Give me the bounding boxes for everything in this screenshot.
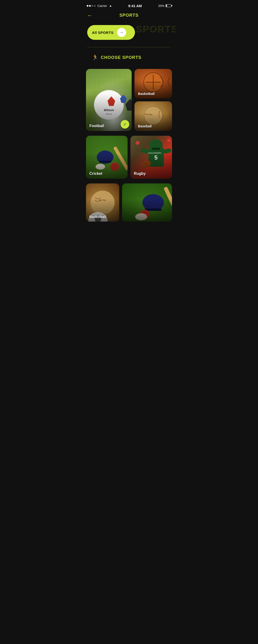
basketball2-label: Basketball — [89, 215, 106, 219]
all-sports-section: All SPORTS → SPORTS — [82, 22, 176, 42]
rugby-label: Rugby — [134, 172, 146, 176]
background-sports-text: SPORTS — [136, 24, 176, 34]
grid-left-col: Wilson NCAA Football ✓ — [86, 69, 132, 131]
basketball2-image: Rawlings Basketball — [86, 184, 119, 222]
sport-card-baseball[interactable]: Rawlings Baseball — [135, 101, 172, 131]
cricket2-image — [122, 184, 172, 222]
football-label: Football — [89, 124, 104, 128]
status-left: Carrier ▲ — [87, 4, 112, 8]
choose-sports-header: 🏃 CHOOSE SPORTS — [92, 54, 166, 60]
baseball-image: Rawlings Baseball — [135, 101, 172, 131]
sport-card-cricket2[interactable] — [122, 184, 172, 222]
signal-dot-1 — [87, 5, 88, 7]
svg-point-30 — [136, 141, 140, 145]
signal-dot-3 — [91, 5, 93, 7]
sports-grid-row3: Rawlings Basketball — [82, 184, 176, 226]
sports-grid-row2: Cricket 5 HIGHLANDERS — [82, 136, 176, 184]
sport-card-rugby[interactable]: 5 HIGHLANDERS Rugby — [131, 136, 172, 179]
all-sports-arrow: → — [117, 28, 126, 37]
rugby-image: 5 HIGHLANDERS Rugby — [131, 136, 172, 179]
choose-sports-title: CHOOSE SPORTS — [101, 55, 142, 60]
basketball-image: Basketball — [135, 69, 172, 98]
signal-dots — [87, 5, 95, 7]
sport-card-basketball[interactable]: Basketball — [135, 69, 172, 98]
back-button[interactable]: ← — [87, 12, 92, 18]
all-sports-button[interactable]: All SPORTS → — [87, 25, 135, 40]
baseball-label: Baseball — [138, 124, 152, 128]
status-right: 20% — [158, 4, 171, 8]
basketball-overlay — [135, 81, 172, 98]
back-arrow-icon: ← — [87, 12, 92, 18]
status-time: 9:41 AM — [128, 4, 142, 8]
battery-icon — [166, 4, 171, 7]
header: ← SPORTS — [82, 10, 176, 22]
battery-percentage: 20% — [158, 4, 164, 8]
svg-point-31 — [167, 139, 170, 142]
signal-dot-2 — [89, 5, 91, 7]
baseball-overlay — [135, 113, 172, 131]
signal-dot-4 — [94, 5, 95, 7]
carrier-label: Carrier — [97, 4, 107, 8]
battery-fill — [166, 5, 167, 7]
sport-card-cricket[interactable]: Cricket — [86, 136, 127, 179]
status-bar: Carrier ▲ 9:41 AM 20% — [82, 0, 176, 10]
all-sports-label: All SPORTS — [92, 30, 113, 34]
sports-grid-row1: Wilson NCAA Football ✓ — [82, 69, 176, 136]
sport-card-football[interactable]: Wilson NCAA Football ✓ — [86, 69, 132, 131]
cricket-label: Cricket — [89, 172, 102, 176]
sports-activity-icon: 🏃 — [92, 54, 98, 60]
sport-card-basketball2[interactable]: Rawlings Basketball — [86, 184, 119, 222]
wifi-icon: ▲ — [109, 4, 112, 8]
page-title: SPORTS — [119, 13, 139, 18]
arrow-icon: → — [120, 30, 123, 34]
svg-rect-26 — [152, 148, 160, 150]
cricket-image: Cricket — [86, 136, 127, 179]
grid-right-col: Basketball Rawlings Baseball — [135, 69, 172, 131]
basketball-label: Basketball — [138, 92, 155, 96]
cricket2-overlay — [122, 199, 172, 222]
football-image: Wilson NCAA Football ✓ — [86, 69, 132, 131]
choose-sports-section: 🏃 CHOOSE SPORTS — [87, 47, 171, 69]
